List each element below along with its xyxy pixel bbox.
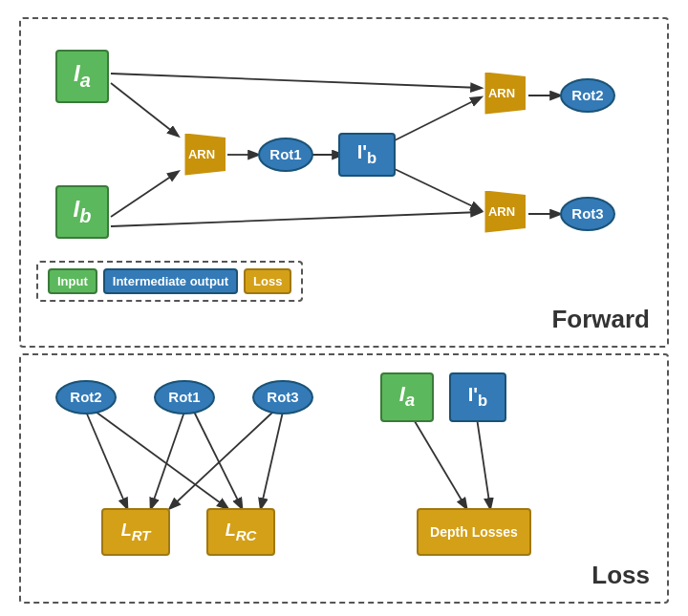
svg-line-1 [111,172,178,217]
main-container: Ia Ib ARN Rot1 I'b ARN [19,17,669,600]
svg-line-14 [170,412,273,508]
node-ARN3: ARN [478,191,526,233]
node-Rot3: Rot3 [560,197,615,231]
forward-section: Ia Ib ARN Rot1 I'b ARN [19,17,669,348]
loss-diagram: Rot2 Rot1 Rot3 Ia I'b LRT [36,367,652,586]
node-ARN2: ARN [478,73,526,115]
loss-section: Rot2 Rot1 Rot3 Ia I'b LRT [19,353,669,604]
loss-node-depth: Depth Losses [417,508,531,556]
forward-label: Forward [551,305,650,334]
node-Ib-prime: I'b [338,133,396,177]
loss-node-Rot2: Rot2 [55,380,117,414]
svg-line-4 [111,74,481,88]
legend-loss: Loss [244,268,291,294]
loss-node-Rot1: Rot1 [154,380,215,414]
svg-line-7 [111,212,481,226]
svg-line-10 [86,412,127,508]
loss-node-Ia: Ia [380,372,434,422]
loss-node-LRC: LRC [206,508,275,556]
svg-line-15 [261,412,283,508]
node-Ia: Ia [55,50,109,103]
loss-label: Loss [591,561,650,590]
loss-node-Ib-prime: I'b [449,372,506,422]
loss-node-LRT: LRT [101,508,170,556]
svg-line-16 [409,412,466,508]
node-Rot2: Rot2 [560,78,615,113]
svg-line-13 [194,412,242,508]
svg-line-8 [395,169,481,210]
legend-box: Input Intermediate output Loss [36,261,303,302]
loss-node-Rot3: Rot3 [252,380,313,414]
legend-intermediate: Intermediate output [103,268,238,294]
svg-line-17 [476,412,490,508]
svg-line-12 [151,412,184,508]
node-ARN1: ARN [178,134,226,176]
svg-line-5 [395,97,481,140]
legend-input: Input [48,268,97,294]
svg-line-11 [96,412,227,508]
svg-line-0 [111,83,178,136]
node-Ib: Ib [55,185,109,239]
node-Rot1: Rot1 [258,138,313,172]
forward-diagram: Ia Ib ARN Rot1 I'b ARN [36,31,652,298]
